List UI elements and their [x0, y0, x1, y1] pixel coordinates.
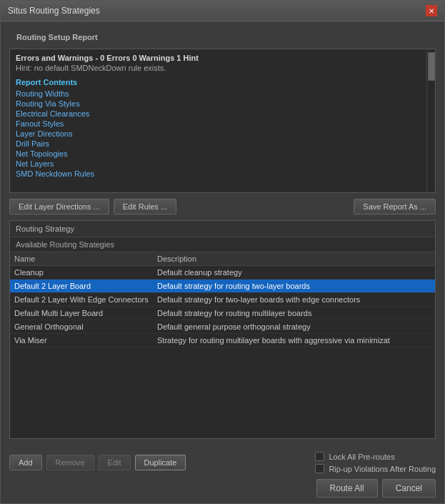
lock-all-pre-routes-label[interactable]: Lock All Pre-routes	[315, 452, 394, 461]
report-buttons-row: Edit Layer Directions ... Edit Rules ...…	[9, 199, 436, 214]
routing-setup-report-label: Routing Setup Report	[9, 29, 436, 43]
strategy-desc-cell: Default strategy for routing multilayer …	[157, 309, 431, 317]
scrollbar-track[interactable]	[426, 49, 435, 192]
scrollbar-thumb[interactable]	[428, 52, 435, 81]
rip-up-violations-text: Rip-up Violations After Routing	[329, 465, 436, 473]
duplicate-button[interactable]: Duplicate	[135, 455, 186, 470]
table-row[interactable]: General OrthogonalDefault general purpos…	[10, 320, 435, 334]
strategy-desc-cell: Default general purpose orthogonal strat…	[157, 322, 431, 331]
routing-strategy-section: Routing Strategy Available Routing Strat…	[9, 220, 436, 439]
report-link-fanout-styles[interactable]: Fanout Styles	[16, 119, 421, 129]
table-row[interactable]: Via MiserStrategy for routing multilayer…	[10, 334, 435, 347]
strategy-desc-cell: Default cleanup strategy	[157, 268, 431, 277]
report-link-layer-directions[interactable]: Layer Directions	[16, 129, 421, 139]
rip-up-violations-checkbox[interactable]	[315, 464, 324, 473]
strategy-name-cell: Default 2 Layer Board	[14, 282, 157, 290]
strategy-name-cell: General Orthogonal	[14, 322, 157, 331]
report-link-routing-via-styles[interactable]: Routing Via Styles	[16, 99, 421, 109]
col-header-name: Name	[14, 255, 157, 263]
report-section: Errors and Warnings - 0 Errors 0 Warning…	[9, 49, 436, 193]
report-link-electrical-clearances[interactable]: Electrical Clearances	[16, 109, 421, 119]
rip-up-violations-label[interactable]: Rip-up Violations After Routing	[315, 464, 436, 473]
strategy-desc-cell: Default strategy for routing two-layer b…	[157, 282, 431, 290]
table-row[interactable]: Default 2 Layer BoardDefault strategy fo…	[10, 280, 435, 293]
table-header: Name Description	[10, 252, 435, 266]
strategy-name-cell: Via Miser	[14, 336, 157, 345]
add-button[interactable]: Add	[9, 455, 42, 470]
dialog-title: Situs Routing Strategies	[8, 6, 100, 16]
report-link-smd-neckdown[interactable]: SMD Neckdown Rules	[16, 169, 421, 179]
strategy-desc-cell: Default strategy for two-layer boards wi…	[157, 295, 431, 304]
bottom-area: Add Remove Edit Duplicate Lock All Pre-r…	[1, 446, 444, 503]
report-scroll-area: Errors and Warnings - 0 Errors 0 Warning…	[10, 49, 435, 192]
save-report-as-button[interactable]: Save Report As ...	[354, 199, 436, 214]
report-link-net-topologies[interactable]: Net Topologies	[16, 149, 421, 159]
bottom-action-row: Route All Cancel	[9, 479, 436, 498]
report-link-net-layers[interactable]: Net Layers	[16, 159, 421, 169]
title-bar: Situs Routing Strategies ✕	[1, 1, 444, 21]
table-row[interactable]: Default 2 Layer With Edge ConnectorsDefa…	[10, 293, 435, 307]
close-button[interactable]: ✕	[426, 5, 437, 16]
strategy-name-cell: Default Multi Layer Board	[14, 309, 157, 317]
remove-button[interactable]: Remove	[46, 455, 94, 470]
strategies-table[interactable]: CleanupDefault cleanup strategyDefault 2…	[10, 266, 435, 438]
errors-warnings-text: Errors and Warnings - 0 Errors 0 Warning…	[16, 54, 421, 62]
lock-all-pre-routes-text: Lock All Pre-routes	[329, 453, 394, 461]
strategy-desc-cell: Strategy for routing multilayer boards w…	[157, 336, 431, 345]
report-contents-label: Report Contents	[16, 78, 421, 87]
routing-strategy-header: Routing Strategy	[10, 221, 435, 237]
strategy-name-cell: Default 2 Layer With Edge Connectors	[14, 295, 157, 304]
main-dialog: Situs Routing Strategies ✕ Routing Setup…	[0, 0, 445, 504]
edit-rules-button[interactable]: Edit Rules ...	[114, 199, 176, 214]
lock-all-pre-routes-checkbox[interactable]	[315, 452, 324, 461]
route-all-button[interactable]: Route All	[316, 479, 378, 498]
report-link-drill-pairs[interactable]: Drill Pairs	[16, 139, 421, 149]
hint-text: Hint: no default SMDNeckDown rule exists…	[16, 64, 421, 72]
table-row[interactable]: Default Multi Layer BoardDefault strateg…	[10, 307, 435, 320]
cancel-button[interactable]: Cancel	[382, 479, 436, 498]
table-row[interactable]: CleanupDefault cleanup strategy	[10, 266, 435, 280]
available-routing-strategies-label: Available Routing Strategies	[10, 237, 435, 252]
checkboxes-area: Lock All Pre-routes Rip-up Violations Af…	[315, 452, 436, 473]
edit-button[interactable]: Edit	[99, 455, 131, 470]
edit-layer-directions-button[interactable]: Edit Layer Directions ...	[9, 199, 109, 214]
dialog-content: Routing Setup Report Errors and Warnings…	[1, 21, 444, 446]
report-link-routing-widths[interactable]: Routing Widths	[16, 89, 421, 99]
col-header-description: Description	[157, 255, 431, 263]
strategy-name-cell: Cleanup	[14, 268, 157, 277]
report-inner[interactable]: Errors and Warnings - 0 Errors 0 Warning…	[10, 49, 426, 192]
bottom-buttons-row: Add Remove Edit Duplicate Lock All Pre-r…	[9, 452, 436, 473]
